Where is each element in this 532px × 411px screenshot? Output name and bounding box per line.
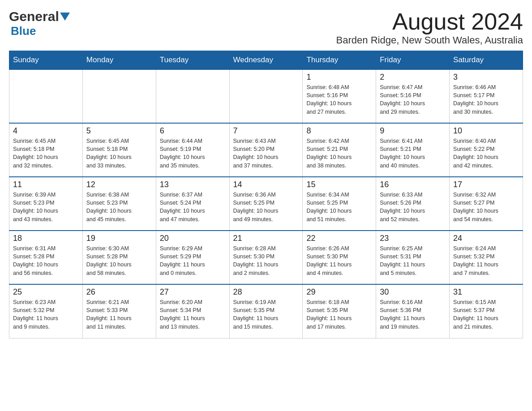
calendar-cell: 22Sunrise: 6:26 AM Sunset: 5:30 PM Dayli… — [303, 231, 376, 284]
calendar-week-row: 18Sunrise: 6:31 AM Sunset: 5:28 PM Dayli… — [9, 231, 523, 284]
day-info: Sunrise: 6:46 AM Sunset: 5:17 PM Dayligh… — [453, 83, 519, 116]
day-number: 23 — [380, 234, 446, 243]
day-info: Sunrise: 6:40 AM Sunset: 5:22 PM Dayligh… — [453, 137, 519, 170]
calendar-cell: 28Sunrise: 6:19 AM Sunset: 5:35 PM Dayli… — [229, 284, 303, 338]
page-header: General Blue August 2024 Barden Ridge, N… — [9, 9, 523, 46]
page-subtitle: Barden Ridge, New South Wales, Australia — [336, 34, 523, 46]
calendar-cell: 15Sunrise: 6:34 AM Sunset: 5:25 PM Dayli… — [303, 177, 376, 231]
day-number: 25 — [13, 287, 79, 297]
day-info: Sunrise: 6:39 AM Sunset: 5:23 PM Dayligh… — [13, 191, 79, 223]
weekday-header-wednesday: Wednesday — [229, 51, 303, 70]
day-info: Sunrise: 6:18 AM Sunset: 5:35 PM Dayligh… — [306, 298, 372, 331]
day-info: Sunrise: 6:34 AM Sunset: 5:25 PM Dayligh… — [306, 191, 372, 223]
day-info: Sunrise: 6:25 AM Sunset: 5:31 PM Dayligh… — [380, 244, 446, 277]
calendar-cell: 31Sunrise: 6:15 AM Sunset: 5:37 PM Dayli… — [450, 284, 523, 338]
calendar-cell: 9Sunrise: 6:41 AM Sunset: 5:21 PM Daylig… — [376, 123, 450, 177]
calendar-table: SundayMondayTuesdayWednesdayThursdayFrid… — [9, 51, 523, 338]
day-info: Sunrise: 6:37 AM Sunset: 5:24 PM Dayligh… — [160, 191, 226, 223]
day-number: 26 — [86, 287, 152, 297]
day-number: 24 — [453, 234, 519, 243]
calendar-header-row: SundayMondayTuesdayWednesdayThursdayFrid… — [9, 51, 523, 70]
svg-marker-0 — [60, 13, 70, 21]
day-info: Sunrise: 6:32 AM Sunset: 5:27 PM Dayligh… — [453, 191, 519, 223]
day-number: 15 — [306, 180, 372, 189]
day-number: 2 — [380, 73, 446, 82]
page-title: August 2024 — [336, 9, 523, 34]
calendar-cell: 17Sunrise: 6:32 AM Sunset: 5:27 PM Dayli… — [450, 177, 523, 231]
logo: General Blue — [9, 9, 70, 38]
calendar-cell: 7Sunrise: 6:43 AM Sunset: 5:20 PM Daylig… — [229, 123, 303, 177]
calendar-week-row: 25Sunrise: 6:23 AM Sunset: 5:32 PM Dayli… — [9, 284, 523, 338]
day-info: Sunrise: 6:21 AM Sunset: 5:33 PM Dayligh… — [86, 298, 152, 331]
calendar-cell: 13Sunrise: 6:37 AM Sunset: 5:24 PM Dayli… — [156, 177, 229, 231]
calendar-cell: 4Sunrise: 6:45 AM Sunset: 5:18 PM Daylig… — [9, 123, 83, 177]
weekday-header-monday: Monday — [82, 51, 156, 70]
calendar-cell — [156, 69, 229, 123]
day-info: Sunrise: 6:20 AM Sunset: 5:34 PM Dayligh… — [160, 298, 226, 331]
day-number: 10 — [453, 126, 519, 136]
calendar-cell: 24Sunrise: 6:24 AM Sunset: 5:32 PM Dayli… — [450, 231, 523, 284]
day-info: Sunrise: 6:23 AM Sunset: 5:32 PM Dayligh… — [13, 298, 79, 331]
day-number: 1 — [306, 73, 372, 82]
day-number: 9 — [380, 126, 446, 136]
calendar-cell: 5Sunrise: 6:45 AM Sunset: 5:18 PM Daylig… — [82, 123, 156, 177]
day-info: Sunrise: 6:36 AM Sunset: 5:25 PM Dayligh… — [233, 191, 299, 223]
day-number: 18 — [13, 234, 79, 243]
day-number: 12 — [86, 180, 152, 189]
day-info: Sunrise: 6:45 AM Sunset: 5:18 PM Dayligh… — [86, 137, 152, 170]
calendar-cell: 18Sunrise: 6:31 AM Sunset: 5:28 PM Dayli… — [9, 231, 83, 284]
day-info: Sunrise: 6:45 AM Sunset: 5:18 PM Dayligh… — [13, 137, 79, 170]
calendar-cell: 2Sunrise: 6:47 AM Sunset: 5:16 PM Daylig… — [376, 69, 450, 123]
day-number: 27 — [160, 287, 226, 297]
title-section: August 2024 Barden Ridge, New South Wale… — [336, 9, 523, 46]
calendar-cell: 12Sunrise: 6:38 AM Sunset: 5:23 PM Dayli… — [82, 177, 156, 231]
day-number: 4 — [13, 126, 79, 136]
calendar-week-row: 11Sunrise: 6:39 AM Sunset: 5:23 PM Dayli… — [9, 177, 523, 231]
calendar-cell: 19Sunrise: 6:30 AM Sunset: 5:28 PM Dayli… — [82, 231, 156, 284]
weekday-header-friday: Friday — [376, 51, 450, 70]
calendar-week-row: 1Sunrise: 6:48 AM Sunset: 5:16 PM Daylig… — [9, 69, 523, 123]
day-number: 8 — [306, 126, 372, 136]
weekday-header-sunday: Sunday — [9, 51, 83, 70]
day-info: Sunrise: 6:15 AM Sunset: 5:37 PM Dayligh… — [453, 298, 519, 331]
day-info: Sunrise: 6:38 AM Sunset: 5:23 PM Dayligh… — [86, 191, 152, 223]
logo-general-text: General — [9, 9, 59, 24]
day-number: 17 — [453, 180, 519, 189]
logo-blue-text: Blue — [11, 24, 36, 38]
day-info: Sunrise: 6:43 AM Sunset: 5:20 PM Dayligh… — [233, 137, 299, 170]
calendar-cell: 30Sunrise: 6:16 AM Sunset: 5:36 PM Dayli… — [376, 284, 450, 338]
calendar-cell: 1Sunrise: 6:48 AM Sunset: 5:16 PM Daylig… — [303, 69, 376, 123]
calendar-cell — [9, 69, 83, 123]
calendar-cell: 25Sunrise: 6:23 AM Sunset: 5:32 PM Dayli… — [9, 284, 83, 338]
day-info: Sunrise: 6:19 AM Sunset: 5:35 PM Dayligh… — [233, 298, 299, 331]
day-info: Sunrise: 6:28 AM Sunset: 5:30 PM Dayligh… — [233, 244, 299, 277]
day-number: 5 — [86, 126, 152, 136]
day-info: Sunrise: 6:24 AM Sunset: 5:32 PM Dayligh… — [453, 244, 519, 277]
weekday-header-saturday: Saturday — [450, 51, 523, 70]
day-number: 14 — [233, 180, 299, 189]
calendar-cell: 16Sunrise: 6:33 AM Sunset: 5:26 PM Dayli… — [376, 177, 450, 231]
day-number: 31 — [453, 287, 519, 297]
day-info: Sunrise: 6:48 AM Sunset: 5:16 PM Dayligh… — [306, 83, 372, 116]
calendar-cell: 14Sunrise: 6:36 AM Sunset: 5:25 PM Dayli… — [229, 177, 303, 231]
calendar-cell: 29Sunrise: 6:18 AM Sunset: 5:35 PM Dayli… — [303, 284, 376, 338]
weekday-header-tuesday: Tuesday — [156, 51, 229, 70]
calendar-week-row: 4Sunrise: 6:45 AM Sunset: 5:18 PM Daylig… — [9, 123, 523, 177]
calendar-cell: 27Sunrise: 6:20 AM Sunset: 5:34 PM Dayli… — [156, 284, 229, 338]
day-info: Sunrise: 6:42 AM Sunset: 5:21 PM Dayligh… — [306, 137, 372, 170]
weekday-header-thursday: Thursday — [303, 51, 376, 70]
day-number: 30 — [380, 287, 446, 297]
day-info: Sunrise: 6:29 AM Sunset: 5:29 PM Dayligh… — [160, 244, 226, 277]
calendar-cell: 20Sunrise: 6:29 AM Sunset: 5:29 PM Dayli… — [156, 231, 229, 284]
day-number: 22 — [306, 234, 372, 243]
day-info: Sunrise: 6:31 AM Sunset: 5:28 PM Dayligh… — [13, 244, 79, 277]
day-number: 6 — [160, 126, 226, 136]
day-number: 19 — [86, 234, 152, 243]
day-number: 7 — [233, 126, 299, 136]
calendar-cell: 6Sunrise: 6:44 AM Sunset: 5:19 PM Daylig… — [156, 123, 229, 177]
day-number: 16 — [380, 180, 446, 189]
day-info: Sunrise: 6:30 AM Sunset: 5:28 PM Dayligh… — [86, 244, 152, 277]
calendar-cell: 10Sunrise: 6:40 AM Sunset: 5:22 PM Dayli… — [450, 123, 523, 177]
day-number: 3 — [453, 73, 519, 82]
day-info: Sunrise: 6:26 AM Sunset: 5:30 PM Dayligh… — [306, 244, 372, 277]
